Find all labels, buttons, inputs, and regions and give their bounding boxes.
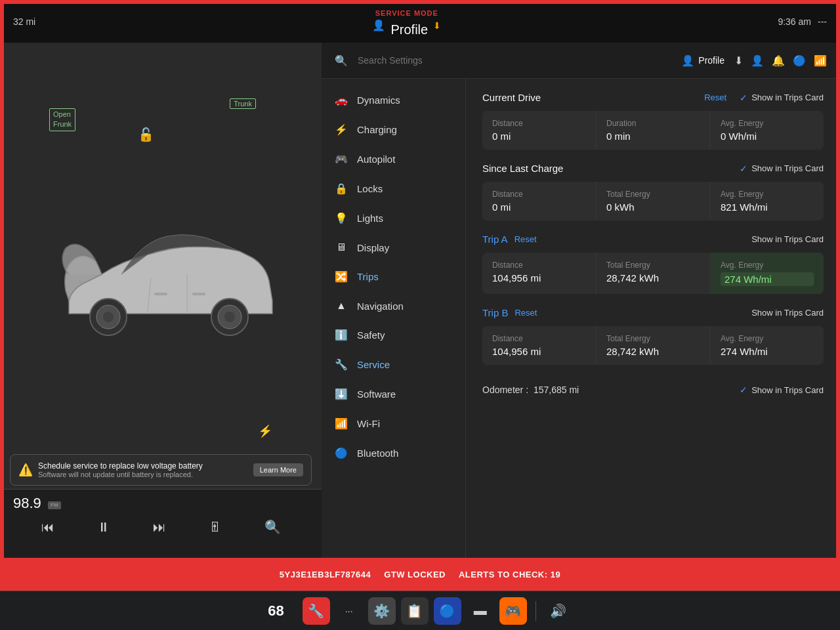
wifi-icon: 📶: [335, 417, 348, 430]
frunk-label: OpenFrunk: [49, 108, 75, 131]
right-panel: 🔍 👤 Profile ⬇ 👤 🔔 🔵 📶: [322, 43, 840, 558]
car-visualization: OpenFrunk Trunk 🔓 ⚡: [13, 95, 308, 466]
display-icon: 🖥: [335, 242, 348, 253]
alerts-count: ALERTS TO CHECK: 19: [459, 570, 560, 579]
locks-icon: 🔒: [335, 182, 348, 195]
trip-b-avg-energy: Avg. Energy 274 Wh/mi: [711, 326, 824, 365]
menu-item-wifi[interactable]: 📶 Wi-Fi: [322, 409, 465, 438]
trip-b-reset[interactable]: Reset: [514, 308, 537, 318]
menu-item-software[interactable]: ⬇️ Software: [322, 379, 465, 409]
since-last-charge-title: Since Last Charge: [482, 163, 563, 174]
menu-item-service[interactable]: 🔧 Service: [322, 350, 465, 379]
menu-item-navigation[interactable]: ▲ Navigation: [322, 291, 465, 320]
profile-button[interactable]: 👤 Profile: [681, 54, 724, 67]
menu-label-wifi: Wi-Fi: [357, 418, 380, 429]
bluetooth-icon[interactable]: 🔵: [793, 54, 806, 67]
current-drive-duration: Duration 0 min: [597, 111, 709, 150]
menu-label-dynamics: Dynamics: [357, 94, 400, 106]
search-icon: 🔍: [335, 54, 348, 67]
menu-label-bluetooth: Bluetooth: [357, 448, 398, 459]
search-input[interactable]: [358, 55, 671, 66]
since-last-charge-distance: Distance 0 mi: [482, 182, 595, 220]
menu-label-navigation: Navigation: [357, 301, 404, 312]
vin-display: 5YJ3E1EB3LF787644: [280, 570, 371, 579]
radio-info: 98.9 FM: [13, 495, 308, 512]
radio-frequency: 98.9: [13, 495, 41, 512]
trip-b-header: Trip B Reset Show in Trips Card: [482, 307, 824, 318]
dock-volume-control[interactable]: 🔊: [545, 597, 572, 625]
navigation-icon: ▲: [335, 300, 348, 312]
service-mode-label: SERVICE MODE: [375, 9, 438, 17]
dock-bar-app[interactable]: ▬: [467, 597, 494, 625]
menu-label-display: Display: [357, 242, 389, 253]
menu-item-bluetooth[interactable]: 🔵 Bluetooth: [322, 438, 465, 468]
bluetooth-menu-icon: 🔵: [335, 447, 348, 459]
dock-wrench-app[interactable]: 🔧: [303, 597, 330, 625]
trips-icon: 🔀: [335, 270, 348, 283]
menu-label-service: Service: [357, 359, 390, 370]
dock-temperature: 68: [268, 602, 284, 620]
odometer-row: Odometer : 157,685 mi ✓ Show in Trips Ca…: [482, 378, 824, 402]
menu-label-charging: Charging: [357, 124, 397, 135]
skip-back-button[interactable]: ⏮: [35, 516, 61, 538]
dock-bluetooth-app[interactable]: 🔵: [434, 597, 461, 625]
svg-rect-9: [192, 293, 205, 295]
learn-more-button[interactable]: Learn More: [253, 463, 303, 476]
charging-indicator: ⚡: [258, 424, 272, 438]
dock-game-app[interactable]: 🎮: [499, 597, 527, 625]
radio-player: 98.9 FM ⏮ ⏸ ⏭ 🎚 🔍: [0, 489, 322, 558]
svg-point-2: [103, 312, 114, 322]
alert-title: Schedule service to replace low voltage …: [38, 461, 248, 471]
menu-item-locks[interactable]: 🔒 Locks: [322, 174, 465, 203]
pause-button[interactable]: ⏸: [91, 516, 117, 538]
menu-label-trips: Trips: [357, 271, 379, 282]
trip-a-show-trips: Show in Trips Card: [751, 234, 824, 244]
menu-label-autopilot: Autopilot: [357, 154, 395, 165]
menu-item-display[interactable]: 🖥 Display: [322, 233, 465, 262]
menu-item-safety[interactable]: ℹ️ Safety: [322, 320, 465, 350]
trips-panel: Current Drive Reset ✓ Show in Trips Card…: [466, 79, 840, 558]
trip-a-header: Trip A Reset Show in Trips Card: [482, 234, 824, 245]
skip-forward-button[interactable]: ⏭: [146, 516, 173, 538]
current-drive-show-trips: ✓ Show in Trips Card: [740, 93, 824, 103]
charging-icon: ⚡: [335, 123, 348, 136]
trip-b-show-trips: Show in Trips Card: [751, 308, 824, 318]
alert-subtitle: Software will not update until battery i…: [38, 471, 248, 478]
download-icon[interactable]: ⬇: [734, 54, 743, 67]
radio-type-icon: FM: [51, 502, 58, 508]
alert-icon: ⚠️: [18, 463, 33, 477]
menu-item-charging[interactable]: ⚡ Charging: [322, 115, 465, 144]
equalizer-button[interactable]: 🎚: [202, 516, 228, 538]
menu-item-lights[interactable]: 💡 Lights: [322, 203, 465, 233]
current-drive-stats: Distance 0 mi Duration 0 min Avg. Energy…: [482, 111, 824, 150]
content-area: 🚗 Dynamics ⚡ Charging 🎮 Autopilot 🔒 Lock…: [322, 79, 840, 558]
menu-item-trips[interactable]: 🔀 Trips: [322, 262, 465, 291]
since-last-charge-energy-total: Total Energy 0 kWh: [597, 182, 709, 220]
current-drive-reset[interactable]: Reset: [704, 93, 726, 102]
trip-b-distance: Distance 104,956 mi: [482, 326, 595, 365]
settings-menu: 🚗 Dynamics ⚡ Charging 🎮 Autopilot 🔒 Lock…: [322, 79, 466, 558]
bell-icon[interactable]: 🔔: [772, 54, 785, 67]
since-last-charge-stats: Distance 0 mi Total Energy 0 kWh Avg. En…: [482, 182, 824, 220]
trip-a-avg-energy: Avg. Energy 274 Wh/mi: [711, 253, 824, 294]
software-icon: ⬇️: [335, 388, 348, 400]
alert-text: Schedule service to replace low voltage …: [38, 461, 248, 478]
profile-label: Profile: [698, 55, 724, 66]
radio-controls: ⏮ ⏸ ⏭ 🎚 🔍: [13, 516, 308, 538]
left-panel: OpenFrunk Trunk 🔓 ⚡ ⚠️ Schedule service …: [0, 43, 322, 558]
menu-item-dynamics[interactable]: 🚗 Dynamics: [322, 85, 465, 115]
person-icon: 👤: [751, 54, 764, 67]
dock-grid-app[interactable]: ⚙️: [368, 597, 396, 625]
dock-dots-app[interactable]: ···: [335, 597, 363, 625]
current-drive-title: Current Drive: [482, 92, 541, 103]
menu-item-autopilot[interactable]: 🎮 Autopilot: [322, 144, 465, 174]
dynamics-icon: 🚗: [335, 94, 348, 106]
since-last-charge-header: Since Last Charge ✓ Show in Trips Card: [482, 163, 824, 174]
search-music-button[interactable]: 🔍: [258, 516, 287, 538]
dock-list-app[interactable]: 📋: [401, 597, 429, 625]
odometer-show-trips: ✓ Show in Trips Card: [740, 385, 824, 395]
svg-rect-8: [154, 293, 167, 295]
signal-icon: 📶: [814, 54, 827, 67]
header-icons: ⬇ 👤 🔔 🔵 📶: [734, 54, 827, 67]
trip-a-reset[interactable]: Reset: [514, 234, 537, 244]
